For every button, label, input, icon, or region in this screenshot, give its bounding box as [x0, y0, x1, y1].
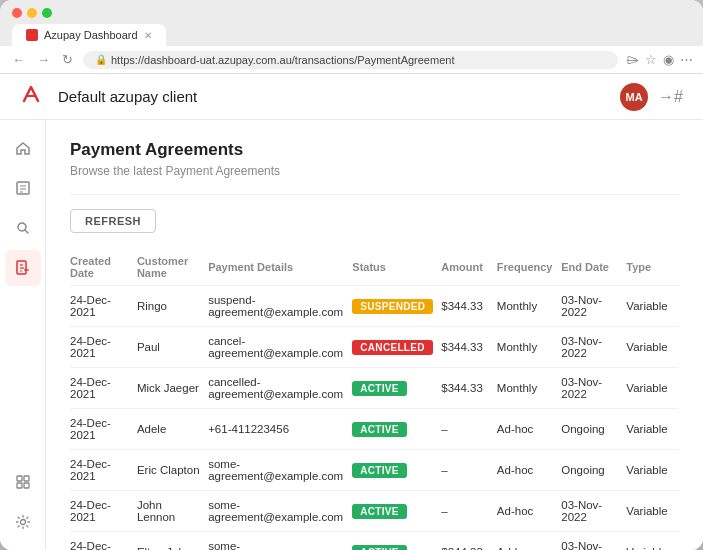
- cell-payment-6: some-agreement@example.com: [208, 532, 352, 551]
- sidebar-item-home[interactable]: [5, 130, 41, 166]
- cell-type-6: Variable: [626, 532, 679, 551]
- cell-type-3: Variable: [626, 409, 679, 450]
- extensions-icon[interactable]: ⌲: [626, 52, 639, 67]
- cell-customer-3: Adele: [137, 409, 208, 450]
- cell-enddate-2: 03-Nov-2022: [561, 368, 626, 409]
- cell-payment-0: suspend-agreement@example.com: [208, 286, 352, 327]
- cell-amount-2: $344.33: [441, 368, 497, 409]
- cell-created-4: 24-Dec-2021: [70, 450, 137, 491]
- col-header-amount: Amount: [441, 249, 497, 286]
- payment-agreements-table: Created Date Customer Name Payment Detai…: [70, 249, 679, 550]
- cell-frequency-6: Ad-hoc: [497, 532, 561, 551]
- status-badge-4: ACTIVE: [352, 463, 406, 478]
- back-button[interactable]: ←: [10, 50, 27, 69]
- avatar: MA: [620, 83, 648, 111]
- svg-rect-10: [17, 476, 22, 481]
- maximize-button[interactable]: [42, 8, 52, 18]
- cell-payment-2: cancelled-agreement@example.com: [208, 368, 352, 409]
- table-row[interactable]: 24-Dec-2021 Adele +61-411223456 ACTIVE –…: [70, 409, 679, 450]
- cell-created-2: 24-Dec-2021: [70, 368, 137, 409]
- browser-chrome: Azupay Dashboard ✕: [0, 0, 703, 46]
- cell-amount-4: –: [441, 450, 497, 491]
- svg-rect-12: [17, 483, 22, 488]
- profile-icon[interactable]: ◉: [663, 52, 674, 67]
- cell-status-6: ACTIVE: [352, 532, 441, 551]
- cell-type-1: Variable: [626, 327, 679, 368]
- col-header-created: Created Date: [70, 249, 137, 286]
- table-row[interactable]: 24-Dec-2021 Ringo suspend-agreement@exam…: [70, 286, 679, 327]
- cell-type-4: Variable: [626, 450, 679, 491]
- col-header-type: Type: [626, 249, 679, 286]
- status-badge-0: SUSPENDED: [352, 299, 433, 314]
- cell-customer-5: John Lennon: [137, 491, 208, 532]
- sidebar-item-apps[interactable]: [5, 464, 41, 500]
- cell-status-5: ACTIVE: [352, 491, 441, 532]
- cell-status-2: ACTIVE: [352, 368, 441, 409]
- sidebar-item-settings[interactable]: [5, 504, 41, 540]
- status-badge-5: ACTIVE: [352, 504, 406, 519]
- browser-tab[interactable]: Azupay Dashboard ✕: [12, 24, 166, 46]
- menu-icon[interactable]: ⋯: [680, 52, 693, 67]
- sidebar-item-search[interactable]: [5, 210, 41, 246]
- logout-icon[interactable]: →#: [658, 88, 683, 106]
- cell-enddate-4: Ongoing: [561, 450, 626, 491]
- cell-enddate-5: 03-Nov-2022: [561, 491, 626, 532]
- cell-created-6: 24-Dec-2021: [70, 532, 137, 551]
- forward-button[interactable]: →: [35, 50, 52, 69]
- cell-payment-3: +61-411223456: [208, 409, 352, 450]
- table-body: 24-Dec-2021 Ringo suspend-agreement@exam…: [70, 286, 679, 551]
- cell-payment-4: some-agreement@example.com: [208, 450, 352, 491]
- cell-amount-1: $344.33: [441, 327, 497, 368]
- url-text: https://dashboard-uat.azupay.com.au/tran…: [111, 54, 454, 66]
- cell-status-4: ACTIVE: [352, 450, 441, 491]
- app-content: Payment Agreements Browse the latest Pay…: [0, 120, 703, 550]
- cell-customer-4: Eric Clapton: [137, 450, 208, 491]
- cell-payment-5: some-agreement@example.com: [208, 491, 352, 532]
- table-row[interactable]: 24-Dec-2021 Mick Jaeger cancelled-agreem…: [70, 368, 679, 409]
- cell-customer-6: Elton John: [137, 532, 208, 551]
- tab-favicon: [26, 29, 38, 41]
- cell-type-2: Variable: [626, 368, 679, 409]
- table-row[interactable]: 24-Dec-2021 Eric Clapton some-agreement@…: [70, 450, 679, 491]
- bookmark-icon[interactable]: ☆: [645, 52, 657, 67]
- table-row[interactable]: 24-Dec-2021 John Lennon some-agreement@e…: [70, 491, 679, 532]
- cell-frequency-3: Ad-hoc: [497, 409, 561, 450]
- app-logo: [20, 83, 42, 111]
- close-button[interactable]: [12, 8, 22, 18]
- table-row[interactable]: 24-Dec-2021 Paul cancel-agreement@exampl…: [70, 327, 679, 368]
- cell-payment-1: cancel-agreement@example.com: [208, 327, 352, 368]
- client-name: Default azupay client: [58, 88, 197, 105]
- status-badge-2: ACTIVE: [352, 381, 406, 396]
- sidebar-item-payment-agreements[interactable]: [5, 250, 41, 286]
- tab-close-icon[interactable]: ✕: [144, 30, 152, 41]
- address-bar[interactable]: 🔒 https://dashboard-uat.azupay.com.au/tr…: [83, 51, 618, 69]
- refresh-browser-button[interactable]: ↻: [60, 50, 75, 69]
- col-header-payment: Payment Details: [208, 249, 352, 286]
- cell-enddate-1: 03-Nov-2022: [561, 327, 626, 368]
- table-header: Created Date Customer Name Payment Detai…: [70, 249, 679, 286]
- cell-customer-1: Paul: [137, 327, 208, 368]
- browser-actions: ⌲ ☆ ◉ ⋯: [626, 52, 693, 67]
- cell-frequency-4: Ad-hoc: [497, 450, 561, 491]
- refresh-button[interactable]: REFRESH: [70, 209, 156, 233]
- sidebar: [0, 120, 46, 550]
- sidebar-item-reports[interactable]: [5, 170, 41, 206]
- main-content: Payment Agreements Browse the latest Pay…: [46, 120, 703, 550]
- table-row[interactable]: 24-Dec-2021 Elton John some-agreement@ex…: [70, 532, 679, 551]
- cell-frequency-2: Monthly: [497, 368, 561, 409]
- cell-enddate-6: 03-Nov-2022: [561, 532, 626, 551]
- tab-bar: Azupay Dashboard ✕: [12, 24, 691, 46]
- cell-frequency-0: Monthly: [497, 286, 561, 327]
- status-badge-3: ACTIVE: [352, 422, 406, 437]
- cell-enddate-0: 03-Nov-2022: [561, 286, 626, 327]
- minimize-button[interactable]: [27, 8, 37, 18]
- address-bar-row: ← → ↻ 🔒 https://dashboard-uat.azupay.com…: [0, 46, 703, 74]
- cell-customer-0: Ringo: [137, 286, 208, 327]
- cell-status-0: SUSPENDED: [352, 286, 441, 327]
- cell-customer-2: Mick Jaeger: [137, 368, 208, 409]
- status-badge-6: ACTIVE: [352, 545, 406, 551]
- status-badge-1: CANCELLED: [352, 340, 432, 355]
- tab-label: Azupay Dashboard: [44, 29, 138, 41]
- cell-amount-6: $344.33: [441, 532, 497, 551]
- cell-created-5: 24-Dec-2021: [70, 491, 137, 532]
